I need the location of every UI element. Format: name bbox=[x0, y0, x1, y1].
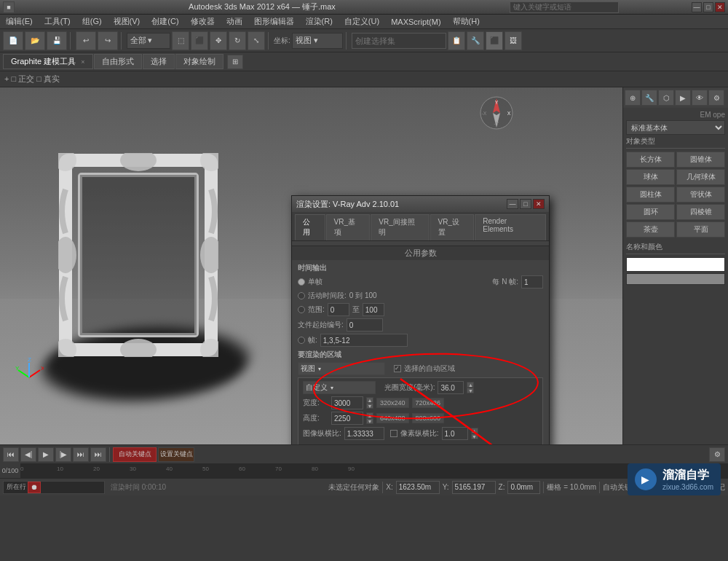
obj-torus[interactable]: 圆环 bbox=[626, 204, 675, 220]
open-button[interactable]: 📂 bbox=[25, 31, 45, 50]
play-btn[interactable]: ▶ bbox=[38, 447, 54, 462]
radio-active-segment[interactable] bbox=[298, 292, 305, 299]
set-key-btn[interactable]: 设置关键点 bbox=[158, 447, 194, 462]
move-btn[interactable]: ✥ bbox=[210, 31, 227, 50]
obj-tube[interactable]: 管状体 bbox=[676, 187, 725, 203]
save-button[interactable]: 💾 bbox=[47, 31, 67, 50]
range-from-input[interactable] bbox=[328, 303, 349, 316]
output-size-dropdown[interactable]: 自定义 ▾ bbox=[303, 381, 376, 394]
dialog-titlebar[interactable]: 渲染设置: V-Ray Adv 2.10.01 — □ ✕ bbox=[292, 196, 549, 212]
width-down[interactable]: ▼ bbox=[366, 403, 373, 409]
radio-frames[interactable] bbox=[298, 337, 305, 344]
y-coord[interactable] bbox=[452, 481, 496, 494]
width-up[interactable]: ▲ bbox=[366, 397, 373, 403]
pixel-aspect-input[interactable] bbox=[442, 427, 468, 440]
graphite-tab-paint[interactable]: 对象绘制 bbox=[175, 54, 223, 69]
graphite-tab-select[interactable]: 选择 bbox=[143, 54, 175, 69]
redo-button[interactable]: ↪ bbox=[98, 31, 118, 50]
dialog-maximize[interactable]: □ bbox=[520, 199, 531, 209]
dialog-minimize[interactable]: — bbox=[507, 199, 518, 209]
minimize-button[interactable]: — bbox=[692, 2, 702, 12]
render-btn-tb[interactable]: ⬛ bbox=[486, 31, 503, 50]
named-selection-input[interactable] bbox=[352, 33, 446, 49]
obj-teapot[interactable]: 茶壶 bbox=[626, 221, 675, 238]
height-input[interactable] bbox=[331, 412, 363, 425]
menu-edit[interactable]: 编辑(E) bbox=[3, 16, 36, 27]
scale-btn[interactable]: ⤡ bbox=[248, 31, 265, 50]
prev-frame-btn[interactable]: ⏮ bbox=[3, 447, 19, 462]
dialog-close[interactable]: ✕ bbox=[533, 199, 545, 209]
radio-range[interactable] bbox=[298, 306, 305, 313]
search-input[interactable] bbox=[510, 1, 619, 13]
obj-sphere[interactable]: 球体 bbox=[626, 169, 675, 185]
prev-key-btn[interactable]: ◀| bbox=[20, 447, 36, 462]
every-n-input[interactable] bbox=[521, 275, 543, 289]
z-coord[interactable] bbox=[507, 481, 540, 494]
graphite-tab-freeform[interactable]: 自由形式 bbox=[94, 54, 142, 69]
pixel-up[interactable]: ▲ bbox=[471, 428, 478, 434]
preset-640x480[interactable]: 640x480 bbox=[376, 413, 409, 423]
obj-box[interactable]: 长方体 bbox=[626, 152, 675, 168]
select-object-btn[interactable]: ⬚ bbox=[172, 31, 189, 50]
rp-motion-icon[interactable]: ▶ bbox=[675, 90, 691, 106]
maximize-button[interactable]: □ bbox=[703, 2, 713, 12]
preset-720x486[interactable]: 720x486 bbox=[412, 398, 445, 408]
layer-manager-btn[interactable]: 📋 bbox=[448, 31, 465, 50]
object-name-input[interactable] bbox=[626, 257, 725, 272]
aperture-up[interactable]: ▲ bbox=[467, 382, 474, 388]
frames-input[interactable] bbox=[320, 334, 408, 347]
menu-graph-editor[interactable]: 图形编辑器 bbox=[251, 16, 297, 27]
aperture-down[interactable]: ▼ bbox=[467, 388, 474, 393]
obj-plane[interactable]: 平面 bbox=[676, 221, 725, 238]
aperture-input[interactable] bbox=[438, 381, 464, 394]
object-color-box[interactable] bbox=[626, 273, 725, 285]
menu-view[interactable]: 视图(V) bbox=[111, 16, 143, 27]
rotate-btn[interactable]: ↻ bbox=[229, 31, 246, 50]
undo-button[interactable]: ↩ bbox=[76, 31, 96, 50]
menu-maxscript[interactable]: MAXScript(M) bbox=[388, 17, 443, 26]
auto-key-btn[interactable]: 自动关键点 bbox=[113, 447, 157, 462]
graphite-tab-main[interactable]: Graphite 建模工具 × bbox=[3, 54, 93, 69]
next-key-btn[interactable]: |▶ bbox=[55, 447, 71, 462]
tab-vr-basic[interactable]: VR_基项 bbox=[326, 214, 371, 240]
ref-coord-dropdown[interactable]: 视图 ▾ bbox=[292, 33, 343, 49]
select-filter-dropdown[interactable]: 全部 ▾ bbox=[127, 33, 170, 49]
menu-customize[interactable]: 自定义(U) bbox=[341, 16, 382, 27]
menu-help[interactable]: 帮助(H) bbox=[450, 16, 483, 27]
auto-area-cb[interactable] bbox=[394, 365, 401, 372]
pixel-aspect-lock[interactable] bbox=[390, 430, 397, 437]
object-type-dropdown[interactable]: 标准基本体 bbox=[626, 120, 725, 135]
menu-modifier[interactable]: 修改器 bbox=[188, 16, 218, 27]
close-button[interactable]: ✕ bbox=[715, 2, 725, 12]
tab-vr-indirect[interactable]: VR_间接照明 bbox=[371, 214, 429, 240]
img-aspect-input[interactable] bbox=[344, 427, 384, 440]
rp-hierarchy-icon[interactable]: ⬡ bbox=[658, 90, 674, 106]
tab-gong-yong[interactable]: 公用 bbox=[295, 214, 325, 240]
radio-single[interactable] bbox=[298, 278, 305, 286]
render-frame-btn[interactable]: 🖼 bbox=[505, 31, 522, 50]
obj-cone[interactable]: 圆锥体 bbox=[676, 152, 725, 168]
expand-btn[interactable]: ⊞ bbox=[227, 55, 243, 69]
tab-render-elements[interactable]: Render Elements bbox=[475, 214, 546, 240]
preset-800x600[interactable]: 800x600 bbox=[412, 413, 445, 423]
graphite-tab-close[interactable]: × bbox=[81, 58, 84, 66]
height-down[interactable]: ▼ bbox=[366, 418, 373, 424]
height-up[interactable]: ▲ bbox=[366, 412, 373, 418]
menu-animation[interactable]: 动画 bbox=[223, 16, 245, 27]
width-input[interactable] bbox=[331, 396, 363, 409]
obj-geosphere[interactable]: 几何球体 bbox=[676, 169, 725, 185]
rp-modify-icon[interactable]: 🔧 bbox=[641, 90, 657, 106]
preset-320x240[interactable]: 320x240 bbox=[376, 398, 409, 408]
pixel-down[interactable]: ▼ bbox=[471, 434, 478, 439]
file-num-input[interactable] bbox=[347, 318, 383, 332]
obj-pyramid[interactable]: 四棱锥 bbox=[676, 204, 725, 220]
rp-utility-icon[interactable]: ⚙ bbox=[708, 90, 724, 106]
time-config-btn[interactable]: ⚙ bbox=[709, 447, 725, 462]
rp-display-icon[interactable]: 👁 bbox=[692, 90, 708, 106]
record-btn[interactable]: ⏺ bbox=[28, 482, 41, 493]
new-button[interactable]: 📄 bbox=[3, 31, 23, 50]
obj-cylinder[interactable]: 圆柱体 bbox=[626, 187, 675, 203]
select-region-btn[interactable]: ⬛ bbox=[191, 31, 208, 50]
last-frame-btn[interactable]: ⏭ bbox=[90, 447, 106, 462]
menu-render[interactable]: 渲染(R) bbox=[303, 16, 336, 27]
